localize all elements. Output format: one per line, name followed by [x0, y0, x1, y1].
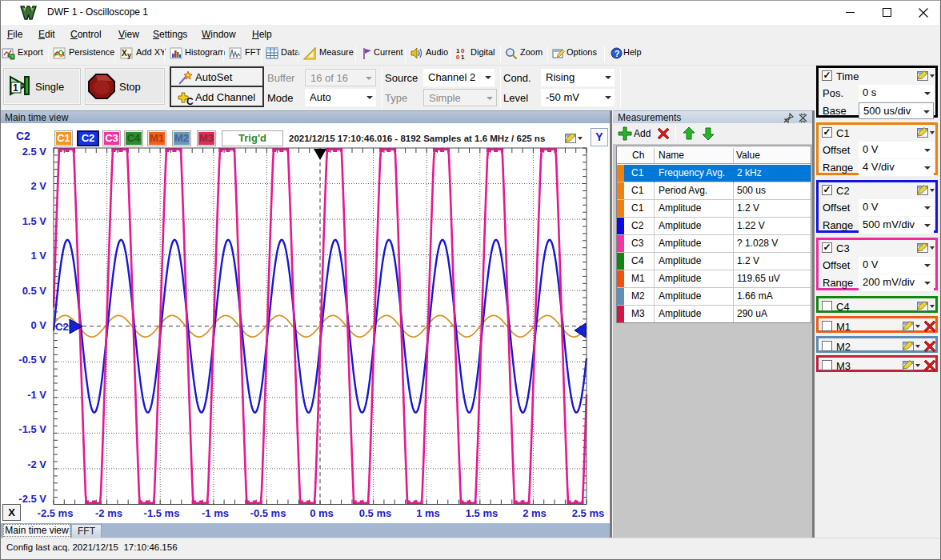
svg-text:C: C	[186, 96, 194, 106]
svg-text:0: 0	[456, 54, 460, 60]
svg-text:X: X	[122, 49, 127, 58]
svg-text:1: 1	[461, 54, 465, 60]
svg-text:C2: C2	[55, 321, 69, 333]
svg-text:1: 1	[13, 82, 18, 94]
svg-text:?: ?	[615, 49, 620, 58]
svg-text:y: y	[127, 51, 131, 59]
